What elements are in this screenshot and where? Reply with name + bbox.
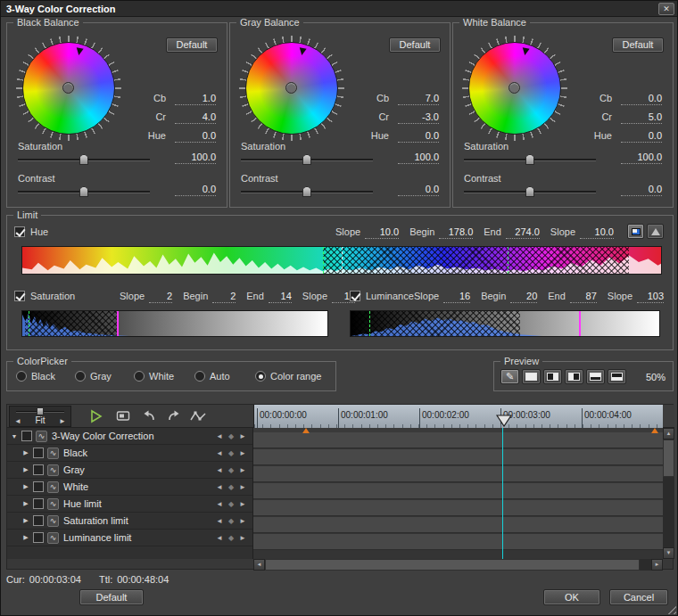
horizontal-scroll-thumb[interactable] [265, 559, 640, 571]
saturation-begin-line[interactable] [29, 311, 29, 336]
black-contrast-value[interactable]: 0.0 [175, 184, 216, 196]
hue-begin-line[interactable] [323, 247, 324, 274]
radio-white-control[interactable] [134, 371, 145, 382]
prev-keyframe-icon[interactable]: ◄ [216, 517, 223, 525]
add-keyframe-icon[interactable]: ◆ [228, 534, 234, 542]
luminance-end-line[interactable] [579, 311, 581, 336]
hue-end-line[interactable] [508, 247, 508, 274]
black-saturation-slider[interactable] [18, 153, 150, 165]
hue-value[interactable]: 0.0 [621, 130, 662, 143]
next-keyframe-icon[interactable]: ► [239, 500, 246, 508]
scroll-down-icon[interactable]: ▼ [663, 547, 674, 559]
color-wheel-gradient[interactable] [468, 42, 561, 135]
end-value[interactable]: 274.0 [506, 226, 540, 239]
radio-white[interactable]: White [134, 371, 174, 382]
hue-slope-line[interactable] [342, 247, 343, 274]
slider-thumb[interactable] [79, 186, 88, 197]
cr-value[interactable]: -3.0 [398, 111, 439, 124]
row-checkbox[interactable] [33, 515, 44, 526]
row-checkbox[interactable] [33, 532, 44, 543]
vertical-scroll-thumb[interactable] [663, 439, 674, 477]
expand-open-icon[interactable]: ▼ [10, 433, 19, 439]
wheel-balance-handle[interactable] [62, 82, 74, 94]
radio-color-range-control[interactable] [255, 371, 266, 382]
add-keyframe-icon[interactable]: ◆ [228, 483, 234, 491]
row-checkbox[interactable] [33, 464, 44, 475]
tree-row-hue-limit[interactable]: ▶ ∿ Hue limit ◄◆► [7, 496, 252, 513]
next-keyframe-icon[interactable]: ► [239, 432, 246, 440]
timeline-ruler[interactable]: 00:00:00:00 00:00:01:00 00:00:02:00 00:0… [253, 405, 663, 428]
add-keyframe-icon[interactable]: ◆ [228, 449, 234, 457]
gray-color-wheel[interactable] [239, 36, 344, 141]
hue-limit-spectrum-bar[interactable] [21, 246, 662, 275]
begin-value[interactable]: 20 [510, 291, 537, 303]
cb-value[interactable]: 1.0 [175, 93, 216, 105]
row-checkbox[interactable] [33, 448, 44, 458]
next-keyframe-icon[interactable]: ► [239, 534, 246, 542]
prev-keyframe-icon[interactable]: ◄ [216, 449, 223, 457]
slope-value[interactable]: 10.0 [580, 226, 614, 239]
gray-default-button[interactable]: Default [389, 37, 441, 53]
luminance-begin-line[interactable] [369, 311, 370, 336]
expand-closed-icon[interactable]: ▶ [21, 517, 30, 524]
timeline-zoom-control[interactable]: ◄ Fit ► [9, 406, 71, 427]
prev-keyframe-icon[interactable]: ◄ [216, 534, 223, 542]
add-keyframe-icon[interactable]: ◆ [228, 432, 234, 440]
tree-row-luminance-limit[interactable]: ▶ ∿ Luminance limit ◄◆► [7, 530, 252, 546]
current-time-line[interactable] [502, 428, 503, 559]
saturation-end-line[interactable] [117, 311, 119, 336]
radio-color-range[interactable]: Color range [255, 371, 321, 382]
keyframe-tracks[interactable] [253, 428, 663, 559]
cr-value[interactable]: 4.0 [175, 111, 216, 124]
expand-closed-icon[interactable]: ▶ [21, 534, 30, 541]
white-saturation-slider[interactable] [464, 153, 596, 165]
next-keyframe-icon[interactable]: ► [239, 466, 246, 474]
tree-row-saturation-limit[interactable]: ▶ ∿ Saturation limit ◄◆► [7, 513, 252, 530]
track-row[interactable] [253, 483, 663, 499]
white-contrast-value[interactable]: 0.0 [621, 184, 662, 196]
expand-closed-icon[interactable]: ▶ [21, 500, 30, 507]
scroll-left-icon[interactable]: ◄ [253, 559, 265, 571]
expand-closed-icon[interactable]: ▶ [21, 483, 30, 490]
begin-value[interactable]: 2 [212, 291, 236, 303]
play-button[interactable] [86, 407, 107, 426]
black-color-wheel[interactable] [16, 36, 121, 141]
hue-limit-checkbox[interactable] [14, 226, 25, 237]
cr-value[interactable]: 5.0 [621, 111, 662, 124]
end-value[interactable]: 14 [269, 291, 292, 303]
row-checkbox[interactable] [33, 481, 44, 492]
preview-split-left-button[interactable] [543, 369, 562, 384]
track-row[interactable] [253, 500, 663, 516]
slope-value[interactable]: 16 [443, 291, 470, 303]
display-button[interactable] [112, 407, 134, 426]
slider-thumb[interactable] [525, 154, 534, 165]
scroll-right-icon[interactable]: ► [651, 559, 663, 571]
slider-thumb[interactable] [79, 154, 88, 165]
black-contrast-slider[interactable] [18, 185, 150, 197]
playhead-marker[interactable] [496, 415, 512, 427]
radio-black[interactable]: Black [16, 371, 55, 382]
zoom-in-icon[interactable]: ► [59, 417, 66, 425]
preview-full-button[interactable] [522, 369, 541, 384]
next-keyframe-icon[interactable]: ► [239, 449, 246, 457]
cb-value[interactable]: 0.0 [621, 93, 662, 105]
radio-gray-control[interactable] [75, 371, 86, 382]
luminance-limit-checkbox[interactable] [350, 291, 360, 301]
slope-value[interactable]: 2 [149, 291, 172, 303]
zoom-slider-thumb[interactable] [37, 407, 44, 415]
wheel-balance-handle[interactable] [508, 82, 520, 94]
slider-thumb[interactable] [302, 186, 311, 197]
expand-closed-icon[interactable]: ▶ [21, 466, 30, 473]
track-row[interactable] [253, 466, 663, 482]
preview-zoom-value[interactable]: 50% [646, 372, 666, 382]
hue-value[interactable]: 0.0 [175, 130, 216, 143]
prev-keyframe-icon[interactable]: ◄ [216, 432, 223, 440]
preview-split-top-button[interactable] [608, 369, 626, 384]
next-keyframe-icon[interactable]: ► [239, 483, 246, 491]
tree-row-3way[interactable]: ▼ ∿ 3-Way Color Correction ◄◆► [7, 428, 252, 445]
scroll-up-icon[interactable]: ▲ [663, 428, 674, 439]
wheel-balance-handle[interactable] [285, 82, 297, 94]
track-row[interactable] [253, 534, 663, 550]
white-saturation-value[interactable]: 100.0 [621, 152, 662, 164]
luminance-limit-bar[interactable] [350, 310, 660, 337]
